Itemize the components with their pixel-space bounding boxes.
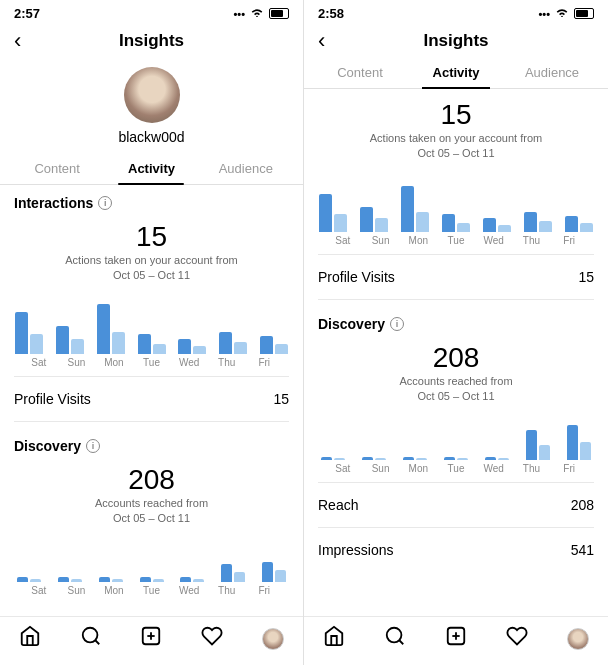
tab-content-left[interactable]: Content <box>10 153 104 184</box>
rd-label-tue: Tue <box>437 463 475 474</box>
left-panel: 2:57 ••• ‹ Insights blackw00d Con <box>0 0 304 665</box>
right-time: 2:58 <box>318 6 344 21</box>
interactions-stat: 15 Actions taken on your account fromOct… <box>0 215 303 286</box>
home-icon-right[interactable] <box>323 625 345 653</box>
rd-fri-light <box>580 442 591 460</box>
interactions-desc: Actions taken on your account fromOct 05… <box>14 253 289 284</box>
bar-thu-light <box>234 342 247 354</box>
bar-tue-dark <box>138 334 151 354</box>
left-bottom-nav <box>0 616 303 665</box>
bar-thu-dark <box>219 332 232 354</box>
bar-fri-light <box>275 344 288 354</box>
label-thu-left: Thu <box>208 357 246 368</box>
rd-label-mon: Mon <box>399 463 437 474</box>
tab-activity-left[interactable]: Activity <box>104 153 198 184</box>
disc-label-tue: Tue <box>133 585 171 596</box>
r-label-wed: Wed <box>475 235 513 246</box>
left-status-bar: 2:57 ••• <box>0 0 303 25</box>
heart-icon-left[interactable] <box>201 625 223 653</box>
battery-icon <box>269 8 289 19</box>
label-sun-left: Sun <box>58 357 96 368</box>
right-interactions-stat: 15 Actions taken on your account fromOct… <box>304 89 608 164</box>
rd-label-thu: Thu <box>513 463 551 474</box>
right-divider-1 <box>318 254 594 255</box>
tab-activity-right[interactable]: Activity <box>408 57 504 88</box>
r-label-sat: Sat <box>324 235 362 246</box>
search-icon-right[interactable] <box>384 625 406 653</box>
discovery-desc: Accounts reached fromOct 05 – Oct 11 <box>14 496 289 527</box>
right-back-button[interactable]: ‹ <box>318 28 325 54</box>
svg-point-0 <box>83 628 98 643</box>
label-tue-left: Tue <box>133 357 171 368</box>
r-bar-thu-dark <box>524 212 537 232</box>
left-discovery-labels: Sat Sun Mon Tue Wed Thu Fri <box>10 582 293 596</box>
svg-line-1 <box>95 640 99 644</box>
signal-icon: ••• <box>233 8 245 20</box>
left-discovery-chart: Sat Sun Mon Tue Wed Thu Fri <box>0 529 303 598</box>
r-bar-mon-light <box>416 212 429 232</box>
r-bar-sun-light <box>375 218 388 232</box>
bar-thu-left <box>214 294 253 354</box>
tab-audience-left[interactable]: Audience <box>199 153 293 184</box>
disc-thu-dark <box>221 564 232 582</box>
bar-wed-left <box>173 294 212 354</box>
reach-row: Reach 208 <box>304 489 608 521</box>
right-discovery-number: 208 <box>318 342 594 374</box>
rd-thu-light <box>539 445 550 460</box>
right-panel: 2:58 ••• ‹ Insights Content Activity Aud… <box>304 0 608 665</box>
r-bar-tue-dark <box>442 214 455 232</box>
profile-visits-label: Profile Visits <box>14 391 91 407</box>
disc-fri-light <box>275 570 286 582</box>
left-discovery-bars <box>10 537 293 582</box>
bar-tue-left <box>132 294 171 354</box>
right-discovery-stat: 208 Accounts reached fromOct 05 – Oct 11 <box>304 336 608 407</box>
r-bar-sat-light <box>334 214 347 232</box>
right-discovery-title: Discovery <box>318 316 385 332</box>
avatar-image <box>124 67 180 123</box>
home-icon-left[interactable] <box>19 625 41 653</box>
right-discovery-desc: Accounts reached fromOct 05 – Oct 11 <box>318 374 594 405</box>
right-bar-chart: Sat Sun Mon Tue Wed Thu Fri <box>304 164 608 248</box>
interactions-header: Interactions i <box>0 185 303 215</box>
r-bar-wed-light <box>498 225 511 232</box>
r-label-tue: Tue <box>437 235 475 246</box>
right-discovery-info-icon[interactable]: i <box>390 317 404 331</box>
label-fri-left: Fri <box>245 357 283 368</box>
right-signal-icon: ••• <box>538 8 550 20</box>
bar-mon-light <box>112 332 125 354</box>
heart-icon-right[interactable] <box>506 625 528 653</box>
label-wed-left: Wed <box>170 357 208 368</box>
right-profile-visits-value: 15 <box>578 269 594 285</box>
tab-audience-right[interactable]: Audience <box>504 57 600 88</box>
svg-point-5 <box>387 628 402 643</box>
bar-fri-left <box>254 294 293 354</box>
add-icon-left[interactable] <box>140 625 162 653</box>
profile-icon-left[interactable] <box>262 628 284 650</box>
profile-section: blackw00d <box>0 57 303 153</box>
right-profile-visits-label: Profile Visits <box>318 269 395 285</box>
bar-sat-dark <box>15 312 28 354</box>
disc-label-sat: Sat <box>20 585 58 596</box>
left-bar-chart: Sat Sun Mon Tue Wed Thu Fri <box>0 286 303 370</box>
discovery-title: Discovery <box>14 438 81 454</box>
right-battery-icon <box>574 8 594 19</box>
discovery-info-icon[interactable]: i <box>86 439 100 453</box>
bar-sat-light <box>30 334 43 354</box>
add-icon-right[interactable] <box>445 625 467 653</box>
bar-wed-light <box>193 346 206 354</box>
left-back-button[interactable]: ‹ <box>14 28 21 54</box>
tab-content-right[interactable]: Content <box>312 57 408 88</box>
svg-line-6 <box>399 640 403 644</box>
right-divider-3 <box>318 482 594 483</box>
rd-label-fri: Fri <box>550 463 588 474</box>
right-divider-2 <box>318 299 594 300</box>
impressions-label: Impressions <box>318 542 393 558</box>
r-bar-wed-dark <box>483 218 496 232</box>
reach-value: 208 <box>571 497 594 513</box>
interactions-info-icon[interactable]: i <box>98 196 112 210</box>
profile-icon-right[interactable] <box>567 628 589 650</box>
search-icon-left[interactable] <box>80 625 102 653</box>
left-bars <box>10 294 293 354</box>
left-divider-1 <box>14 376 289 377</box>
profile-visits-value: 15 <box>273 391 289 407</box>
